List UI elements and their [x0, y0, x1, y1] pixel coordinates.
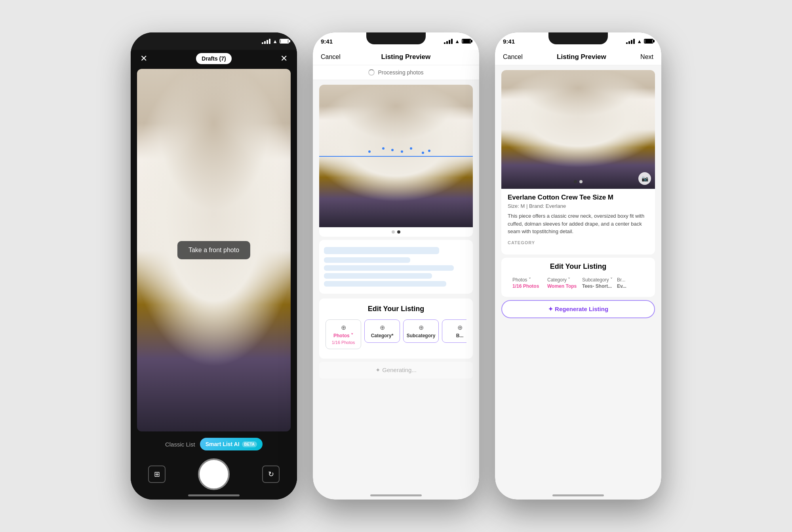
edit-section-3: Edit Your Listing Photos ˅ 1/16 Photos C…	[501, 258, 655, 297]
notch-1	[184, 32, 244, 44]
flip-camera-button[interactable]: ↻	[262, 466, 280, 483]
phone-3-preview: 9:41 ▲ Cancel Listing Preview	[495, 32, 661, 500]
category-tab-label: Category*	[371, 333, 394, 338]
listing-content-2[interactable]: Edit Your Listing ⊕ Photos ˅ 1/16 Photos	[313, 80, 479, 500]
gallery-icon: ⊞	[154, 470, 160, 479]
listing-card: 📷 Everlane Cotton Crew Tee Size M Size: …	[501, 70, 655, 255]
generating-bar: ✦ Generating...	[319, 362, 473, 378]
battery-icon-3	[644, 39, 653, 44]
edit-title-3: Edit Your Listing	[506, 262, 650, 271]
edit-section-2: Edit Your Listing ⊕ Photos ˅ 1/16 Photos	[319, 298, 473, 359]
gallery-button[interactable]: ⊞	[148, 466, 166, 483]
mode-classic-label[interactable]: Classic List	[165, 441, 195, 448]
category-tab-3[interactable]: Category ˅ Women Tops	[547, 277, 579, 289]
subcategory-tab-label-3: Subcategory ˅	[582, 277, 613, 283]
nav-header-2: Cancel Listing Preview	[313, 50, 479, 65]
camera-bottom: Classic List Smart List AI BETA ⊞ ↻	[131, 431, 297, 500]
home-indicator-3	[552, 494, 604, 496]
photo-dots-2	[319, 227, 473, 237]
generating-text: ✦ Generating...	[375, 367, 417, 373]
beta-badge: BETA	[242, 441, 257, 447]
listing-title: Everlane Cotton Crew Tee Size M	[508, 194, 649, 201]
category-label: CATEGORY	[508, 240, 649, 245]
listing-dot-1	[574, 180, 577, 183]
home-indicator-2	[370, 494, 422, 496]
camera-preview: Take a front photo	[137, 69, 291, 431]
brand-tab-label: B...	[456, 333, 464, 338]
notch-3	[548, 32, 608, 44]
listing-dot-2	[579, 180, 583, 183]
category-tab-value-3: Women Tops	[547, 283, 577, 289]
subcategory-tab-icon: ⊕	[419, 324, 424, 331]
signal-icon-2	[444, 39, 453, 44]
processing-text: Processing photos	[378, 69, 423, 76]
edit-tabs-3: Photos ˅ 1/16 Photos Category ˅ Women To…	[506, 277, 650, 292]
preview-content-3[interactable]: 📷 Everlane Cotton Crew Tee Size M Size: …	[495, 65, 661, 500]
phone-1-camera: ▲ ✕ Drafts (7) ✕ Take a front photo Clas…	[131, 32, 297, 500]
signal-icon-3	[626, 39, 635, 44]
battery-icon-1	[280, 39, 289, 44]
edit-title-2: Edit Your Listing	[326, 305, 466, 313]
wifi-icon-3: ▲	[637, 38, 642, 44]
scan-dots	[350, 142, 442, 170]
close-button[interactable]: ✕	[140, 53, 147, 64]
next-button-3[interactable]: Next	[640, 53, 653, 61]
status-icons-3: ▲	[626, 38, 653, 44]
subcategory-tab-value-3: Tees- Short...	[582, 283, 612, 289]
category-tab-label-3: Category ˅	[547, 277, 570, 283]
flip-icon: ↻	[268, 470, 274, 479]
status-time-2: 9:41	[321, 38, 333, 45]
shutter-button[interactable]	[198, 458, 230, 490]
photo-card-2	[319, 85, 473, 237]
wifi-icon-2: ▲	[455, 38, 460, 44]
skeleton-section	[319, 240, 473, 294]
photo-dots-3	[501, 178, 655, 186]
home-indicator-1	[188, 494, 240, 496]
phone-2-processing: 9:41 ▲ Cancel Listing Preview	[313, 32, 479, 500]
skeleton-line-2	[324, 265, 454, 271]
listing-info: Everlane Cotton Crew Tee Size M Size: M …	[501, 189, 655, 255]
camera-header: ✕ Drafts (7) ✕	[131, 50, 297, 69]
cancel-button-3[interactable]: Cancel	[503, 53, 523, 61]
status-icons-1: ▲	[262, 38, 289, 44]
notch-2	[366, 32, 426, 44]
dot-1	[392, 230, 395, 234]
mode-smart-button[interactable]: Smart List AI BETA	[200, 438, 263, 450]
photo-preview-2	[319, 85, 473, 227]
brand-tab[interactable]: ⊕ B...	[442, 319, 466, 349]
brand-tab-value-3: Ev...	[617, 283, 626, 289]
status-icons-2: ▲	[444, 38, 471, 44]
category-tab-icon: ⊕	[380, 324, 385, 331]
cancel-button-2[interactable]: Cancel	[321, 53, 341, 61]
status-time-3: 9:41	[503, 38, 515, 45]
dot-2	[397, 230, 400, 234]
camera-image: Take a front photo	[137, 69, 291, 431]
take-photo-overlay: Take a front photo	[177, 241, 250, 259]
camera-controls: ⊞ ↻	[140, 458, 287, 490]
nav-title-2: Listing Preview	[381, 53, 431, 61]
skeleton-line-1	[324, 257, 410, 263]
skeleton-line-3	[324, 273, 432, 279]
photos-tab-sub: 1/16 Photos	[332, 340, 355, 345]
photos-tab-3[interactable]: Photos ˅ 1/16 Photos	[512, 277, 544, 289]
photos-tab-icon: ⊕	[341, 324, 346, 331]
regenerate-button[interactable]: ✦ Regenerate Listing	[501, 300, 655, 318]
signal-icon-1	[262, 39, 270, 44]
photos-tab-label: Photos ˅	[333, 333, 353, 338]
edit-tabs-2: ⊕ Photos ˅ 1/16 Photos ⊕ Category*	[326, 319, 466, 352]
mode-selector: Classic List Smart List AI BETA	[140, 438, 287, 450]
brand-tab-label-3: Br...	[617, 277, 625, 283]
skeleton-line-4	[324, 281, 446, 287]
listing-meta: Size: M | Brand: Everlane	[508, 203, 649, 209]
processing-bar: Processing photos	[313, 65, 479, 80]
subcategory-tab-label: Subcategory	[407, 333, 436, 338]
photos-tab[interactable]: ⊕ Photos ˅ 1/16 Photos	[326, 319, 361, 349]
processing-spinner	[368, 69, 375, 76]
magic-wand-button[interactable]: ✕	[280, 53, 287, 64]
listing-desc: This piece offers a classic crew neck, o…	[508, 212, 649, 236]
category-tab[interactable]: ⊕ Category*	[364, 319, 400, 349]
subcategory-tab-3[interactable]: Subcategory ˅ Tees- Short...	[582, 277, 614, 289]
brand-tab-3[interactable]: Br... Ev...	[617, 277, 649, 289]
subcategory-tab[interactable]: ⊕ Subcategory	[403, 319, 439, 349]
drafts-badge[interactable]: Drafts (7)	[196, 53, 231, 64]
